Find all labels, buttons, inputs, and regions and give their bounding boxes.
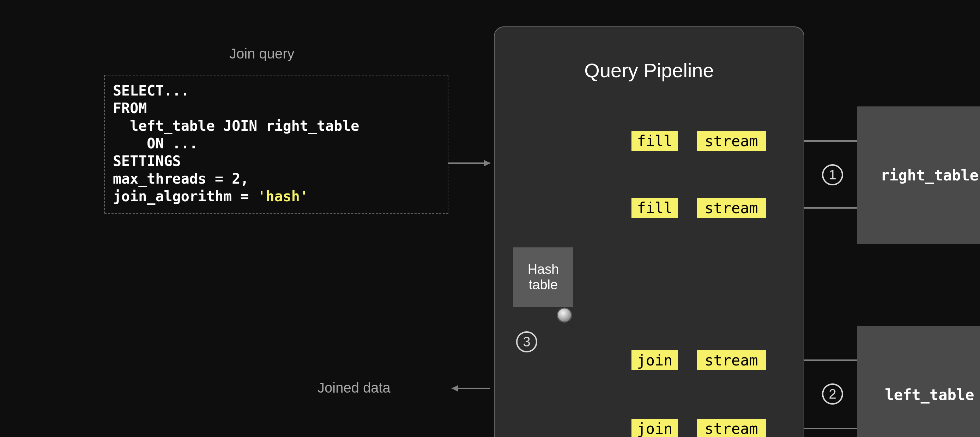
stream-chip-3: stream: [697, 350, 766, 370]
fill-chip-1: fill: [632, 131, 678, 151]
code-line-3: left_table JOIN right_table: [113, 118, 359, 134]
code-line-4: ON ...: [113, 135, 198, 152]
query-pipeline-box: Query Pipeline: [494, 27, 804, 437]
svg-marker-1: [484, 160, 490, 166]
connectors: [0, 0, 980, 437]
stream-chip-1: stream: [697, 131, 766, 151]
fill-chip-2: fill: [632, 198, 678, 218]
join-query-label: Join query: [229, 46, 294, 62]
code-line-7b-highlight: 'hash': [257, 188, 308, 204]
join-chip-2: join: [632, 419, 678, 437]
join-chip-1: join: [632, 350, 678, 370]
step-marker-1: 1: [822, 164, 843, 185]
svg-marker-3: [452, 385, 458, 391]
joined-data-label: Joined data: [318, 380, 391, 396]
step-marker-3: 3: [516, 331, 537, 352]
step-marker-2: 2: [822, 383, 843, 405]
code-line-6: max_threads = 2,: [113, 171, 249, 187]
code-line-1: SELECT...: [113, 82, 189, 99]
code-line-7a: join_algorithm =: [113, 188, 257, 204]
code-line-5: SETTINGS: [113, 153, 181, 169]
stream-chip-4: stream: [697, 419, 766, 437]
right-table-box: right_table: [857, 106, 980, 244]
sql-query-box: SELECT... FROM left_table JOIN right_tab…: [104, 75, 449, 214]
left-table-box: left_table: [857, 326, 980, 437]
diagram-root: Join query Joined data SELECT... FROM le…: [0, 0, 980, 437]
hash-table-box: Hash table: [513, 247, 573, 307]
code-line-2: FROM: [113, 100, 147, 116]
stream-chip-2: stream: [697, 198, 766, 218]
query-pipeline-title: Query Pipeline: [495, 59, 803, 82]
